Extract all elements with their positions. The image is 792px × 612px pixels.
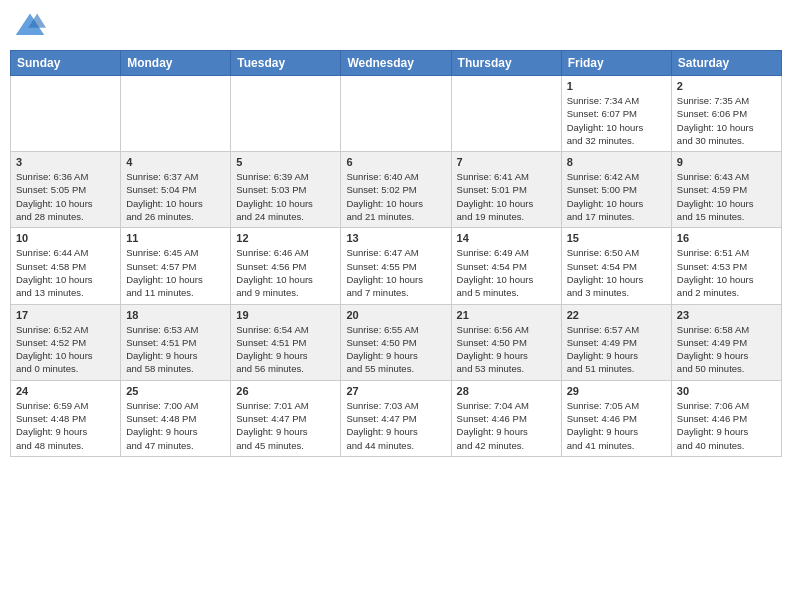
calendar-cell: 16Sunrise: 6:51 AM Sunset: 4:53 PM Dayli… <box>671 228 781 304</box>
day-info: Sunrise: 7:06 AM Sunset: 4:46 PM Dayligh… <box>677 399 776 452</box>
day-of-week-header: Wednesday <box>341 51 451 76</box>
day-number: 12 <box>236 232 335 244</box>
logo <box>14 10 50 42</box>
day-of-week-header: Monday <box>121 51 231 76</box>
day-info: Sunrise: 6:37 AM Sunset: 5:04 PM Dayligh… <box>126 170 225 223</box>
day-number: 6 <box>346 156 445 168</box>
day-number: 17 <box>16 309 115 321</box>
day-number: 29 <box>567 385 666 397</box>
day-number: 20 <box>346 309 445 321</box>
calendar-cell: 11Sunrise: 6:45 AM Sunset: 4:57 PM Dayli… <box>121 228 231 304</box>
day-number: 19 <box>236 309 335 321</box>
calendar-cell: 19Sunrise: 6:54 AM Sunset: 4:51 PM Dayli… <box>231 304 341 380</box>
calendar-cell: 14Sunrise: 6:49 AM Sunset: 4:54 PM Dayli… <box>451 228 561 304</box>
day-of-week-header: Sunday <box>11 51 121 76</box>
day-info: Sunrise: 6:42 AM Sunset: 5:00 PM Dayligh… <box>567 170 666 223</box>
calendar-cell: 9Sunrise: 6:43 AM Sunset: 4:59 PM Daylig… <box>671 152 781 228</box>
day-info: Sunrise: 6:54 AM Sunset: 4:51 PM Dayligh… <box>236 323 335 376</box>
calendar-cell: 20Sunrise: 6:55 AM Sunset: 4:50 PM Dayli… <box>341 304 451 380</box>
calendar-header-row: SundayMondayTuesdayWednesdayThursdayFrid… <box>11 51 782 76</box>
calendar-week-row: 17Sunrise: 6:52 AM Sunset: 4:52 PM Dayli… <box>11 304 782 380</box>
day-number: 18 <box>126 309 225 321</box>
day-number: 2 <box>677 80 776 92</box>
day-info: Sunrise: 7:04 AM Sunset: 4:46 PM Dayligh… <box>457 399 556 452</box>
calendar-cell: 5Sunrise: 6:39 AM Sunset: 5:03 PM Daylig… <box>231 152 341 228</box>
day-number: 21 <box>457 309 556 321</box>
day-number: 15 <box>567 232 666 244</box>
day-number: 9 <box>677 156 776 168</box>
calendar-table: SundayMondayTuesdayWednesdayThursdayFrid… <box>10 50 782 457</box>
calendar-cell: 29Sunrise: 7:05 AM Sunset: 4:46 PM Dayli… <box>561 380 671 456</box>
calendar-cell <box>231 76 341 152</box>
day-info: Sunrise: 6:45 AM Sunset: 4:57 PM Dayligh… <box>126 246 225 299</box>
calendar-cell: 10Sunrise: 6:44 AM Sunset: 4:58 PM Dayli… <box>11 228 121 304</box>
calendar-cell: 7Sunrise: 6:41 AM Sunset: 5:01 PM Daylig… <box>451 152 561 228</box>
day-number: 16 <box>677 232 776 244</box>
day-info: Sunrise: 7:05 AM Sunset: 4:46 PM Dayligh… <box>567 399 666 452</box>
day-info: Sunrise: 7:00 AM Sunset: 4:48 PM Dayligh… <box>126 399 225 452</box>
calendar-cell <box>121 76 231 152</box>
calendar-cell: 2Sunrise: 7:35 AM Sunset: 6:06 PM Daylig… <box>671 76 781 152</box>
day-of-week-header: Tuesday <box>231 51 341 76</box>
calendar-cell <box>11 76 121 152</box>
day-number: 13 <box>346 232 445 244</box>
day-number: 1 <box>567 80 666 92</box>
calendar-week-row: 1Sunrise: 7:34 AM Sunset: 6:07 PM Daylig… <box>11 76 782 152</box>
day-number: 23 <box>677 309 776 321</box>
day-number: 5 <box>236 156 335 168</box>
calendar-cell: 13Sunrise: 6:47 AM Sunset: 4:55 PM Dayli… <box>341 228 451 304</box>
day-info: Sunrise: 6:55 AM Sunset: 4:50 PM Dayligh… <box>346 323 445 376</box>
day-info: Sunrise: 6:56 AM Sunset: 4:50 PM Dayligh… <box>457 323 556 376</box>
day-number: 27 <box>346 385 445 397</box>
day-number: 28 <box>457 385 556 397</box>
day-number: 8 <box>567 156 666 168</box>
day-info: Sunrise: 6:39 AM Sunset: 5:03 PM Dayligh… <box>236 170 335 223</box>
day-info: Sunrise: 6:47 AM Sunset: 4:55 PM Dayligh… <box>346 246 445 299</box>
day-info: Sunrise: 7:35 AM Sunset: 6:06 PM Dayligh… <box>677 94 776 147</box>
day-info: Sunrise: 6:53 AM Sunset: 4:51 PM Dayligh… <box>126 323 225 376</box>
day-of-week-header: Friday <box>561 51 671 76</box>
day-number: 14 <box>457 232 556 244</box>
calendar-cell: 8Sunrise: 6:42 AM Sunset: 5:00 PM Daylig… <box>561 152 671 228</box>
calendar-cell <box>341 76 451 152</box>
calendar-cell: 30Sunrise: 7:06 AM Sunset: 4:46 PM Dayli… <box>671 380 781 456</box>
calendar-cell: 28Sunrise: 7:04 AM Sunset: 4:46 PM Dayli… <box>451 380 561 456</box>
day-of-week-header: Saturday <box>671 51 781 76</box>
day-info: Sunrise: 6:36 AM Sunset: 5:05 PM Dayligh… <box>16 170 115 223</box>
calendar-week-row: 24Sunrise: 6:59 AM Sunset: 4:48 PM Dayli… <box>11 380 782 456</box>
day-info: Sunrise: 6:52 AM Sunset: 4:52 PM Dayligh… <box>16 323 115 376</box>
calendar-cell: 23Sunrise: 6:58 AM Sunset: 4:49 PM Dayli… <box>671 304 781 380</box>
calendar-cell: 26Sunrise: 7:01 AM Sunset: 4:47 PM Dayli… <box>231 380 341 456</box>
day-number: 24 <box>16 385 115 397</box>
page-header <box>10 10 782 42</box>
calendar-cell: 15Sunrise: 6:50 AM Sunset: 4:54 PM Dayli… <box>561 228 671 304</box>
day-number: 7 <box>457 156 556 168</box>
calendar-cell: 3Sunrise: 6:36 AM Sunset: 5:05 PM Daylig… <box>11 152 121 228</box>
day-info: Sunrise: 7:34 AM Sunset: 6:07 PM Dayligh… <box>567 94 666 147</box>
calendar-week-row: 10Sunrise: 6:44 AM Sunset: 4:58 PM Dayli… <box>11 228 782 304</box>
calendar-cell: 25Sunrise: 7:00 AM Sunset: 4:48 PM Dayli… <box>121 380 231 456</box>
calendar-cell: 4Sunrise: 6:37 AM Sunset: 5:04 PM Daylig… <box>121 152 231 228</box>
day-info: Sunrise: 6:43 AM Sunset: 4:59 PM Dayligh… <box>677 170 776 223</box>
calendar-cell <box>451 76 561 152</box>
calendar-cell: 22Sunrise: 6:57 AM Sunset: 4:49 PM Dayli… <box>561 304 671 380</box>
day-info: Sunrise: 6:41 AM Sunset: 5:01 PM Dayligh… <box>457 170 556 223</box>
day-info: Sunrise: 6:40 AM Sunset: 5:02 PM Dayligh… <box>346 170 445 223</box>
calendar-cell: 24Sunrise: 6:59 AM Sunset: 4:48 PM Dayli… <box>11 380 121 456</box>
day-info: Sunrise: 7:01 AM Sunset: 4:47 PM Dayligh… <box>236 399 335 452</box>
calendar-cell: 27Sunrise: 7:03 AM Sunset: 4:47 PM Dayli… <box>341 380 451 456</box>
logo-icon <box>14 10 46 42</box>
day-number: 30 <box>677 385 776 397</box>
day-number: 3 <box>16 156 115 168</box>
day-number: 11 <box>126 232 225 244</box>
calendar-cell: 17Sunrise: 6:52 AM Sunset: 4:52 PM Dayli… <box>11 304 121 380</box>
day-info: Sunrise: 6:44 AM Sunset: 4:58 PM Dayligh… <box>16 246 115 299</box>
day-info: Sunrise: 6:57 AM Sunset: 4:49 PM Dayligh… <box>567 323 666 376</box>
calendar-cell: 12Sunrise: 6:46 AM Sunset: 4:56 PM Dayli… <box>231 228 341 304</box>
calendar-cell: 21Sunrise: 6:56 AM Sunset: 4:50 PM Dayli… <box>451 304 561 380</box>
calendar-cell: 6Sunrise: 6:40 AM Sunset: 5:02 PM Daylig… <box>341 152 451 228</box>
day-of-week-header: Thursday <box>451 51 561 76</box>
calendar-cell: 1Sunrise: 7:34 AM Sunset: 6:07 PM Daylig… <box>561 76 671 152</box>
day-number: 4 <box>126 156 225 168</box>
day-number: 10 <box>16 232 115 244</box>
